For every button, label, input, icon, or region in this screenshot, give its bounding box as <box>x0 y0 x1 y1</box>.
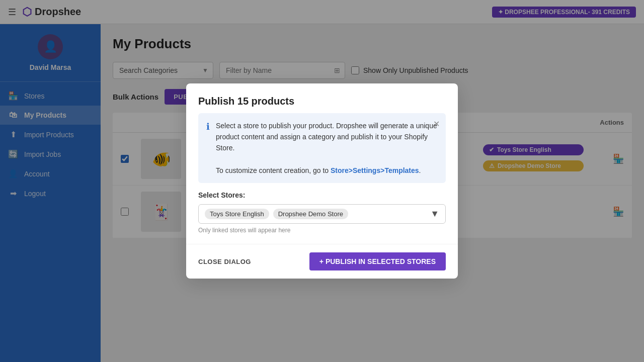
stores-hint: Only linked stores will appear here <box>198 227 446 234</box>
stores-dropdown-arrow-icon: ▼ <box>430 209 439 219</box>
modal-footer: CLOSE DIALOG + PUBLISH IN SELECTED STORE… <box>186 244 458 279</box>
select-stores-label: Select Stores: <box>186 191 458 199</box>
info-box: ℹ Select a store to publish your product… <box>198 113 446 184</box>
info-icon: ℹ <box>206 121 210 176</box>
stores-dropdown[interactable]: Toys Store English Dropshee Demo Store ▼ <box>198 204 446 224</box>
modal-header: Publish 15 products <box>186 83 458 113</box>
info-settings-link[interactable]: Store>Settings>Templates <box>331 166 419 174</box>
info-customize-prefix: To customize content creation, go to <box>216 166 331 174</box>
store-tag-toys: Toys Store English <box>205 209 269 219</box>
modal-overlay: Publish 15 products ℹ Select a store to … <box>0 0 644 362</box>
publish-in-selected-stores-button[interactable]: + PUBLISH IN SELECTED STORES <box>309 252 446 270</box>
info-main-text: Select a store to publish your product. … <box>216 122 437 152</box>
store-tag-demo: Dropshee Demo Store <box>273 209 348 219</box>
info-close-button[interactable]: ✕ <box>433 119 440 129</box>
modal-title: Publish 15 products <box>198 96 446 107</box>
info-text-block: Select a store to publish your product. … <box>216 120 438 176</box>
publish-modal: Publish 15 products ℹ Select a store to … <box>186 83 458 279</box>
close-dialog-button[interactable]: CLOSE DIALOG <box>198 258 251 265</box>
